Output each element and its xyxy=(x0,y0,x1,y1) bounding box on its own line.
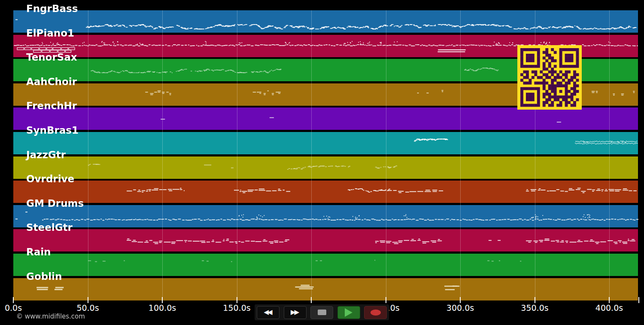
rewind-button[interactable]: ◀◀ xyxy=(257,306,279,319)
play-button[interactable] xyxy=(337,306,360,319)
axis-tick xyxy=(535,297,535,303)
track-label-fngrbass: FngrBass xyxy=(26,3,78,14)
record-icon xyxy=(371,310,381,316)
track-label-gm-drums: GM Drums xyxy=(26,198,84,208)
track-label-rain: Rain xyxy=(26,247,51,257)
transport-bar: ◀◀ ▶▶ xyxy=(255,304,389,320)
axis-tick xyxy=(162,297,163,303)
play-icon xyxy=(345,308,352,317)
track-label-goblin: Goblin xyxy=(26,271,62,282)
axis-tick xyxy=(88,297,88,303)
track-label-aahchoir: AahChoir xyxy=(26,77,77,87)
axis-tick xyxy=(13,297,14,303)
track-label-elpiano1: ElPiano1 xyxy=(26,28,74,38)
axis-tick xyxy=(386,297,386,303)
fast-forward-button[interactable]: ▶▶ xyxy=(284,306,307,319)
axis-tick xyxy=(311,297,312,303)
axis-tick xyxy=(237,297,237,303)
track-label-synbras1: SynBras1 xyxy=(26,125,79,135)
midi-track-visualization: FngrBassElPiano1TenorSaxAahChoirFrenchHr… xyxy=(0,0,644,325)
stop-button[interactable] xyxy=(310,306,333,319)
rewind-icon: ◀◀ xyxy=(264,309,272,316)
track-label-ovrdrive: Ovrdrive xyxy=(26,174,74,184)
track-label-steelgtr: SteelGtr xyxy=(26,222,73,233)
watermark-text: © www.midifiles.com xyxy=(16,313,85,320)
axis-tick xyxy=(460,297,461,303)
track-label-frenchhr: FrenchHr xyxy=(26,101,77,111)
notes-canvas xyxy=(0,0,644,325)
stop-icon xyxy=(318,310,326,315)
fast-forward-icon: ▶▶ xyxy=(291,309,299,316)
record-button[interactable] xyxy=(364,306,387,319)
axis-tick xyxy=(609,297,610,303)
track-label-jazzgtr: JazzGtr xyxy=(26,150,66,160)
axis-tick xyxy=(638,297,639,303)
track-label-tenorsax: TenorSax xyxy=(26,52,77,62)
